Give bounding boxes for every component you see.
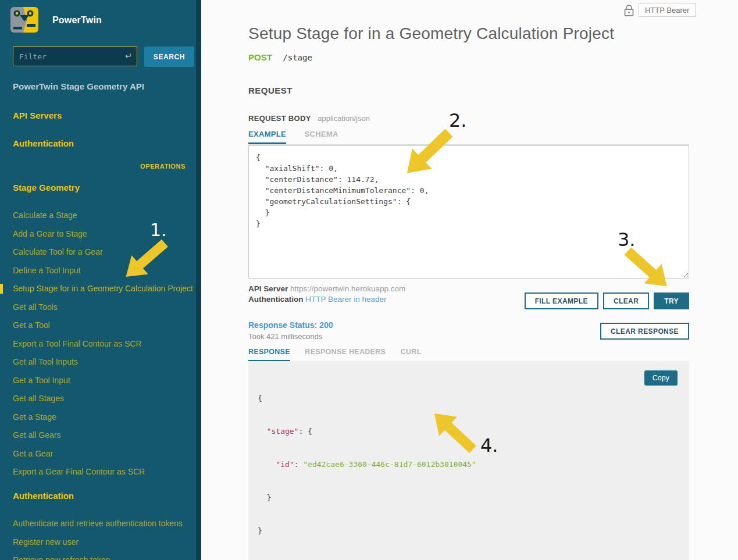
copy-button[interactable]: Copy [644, 370, 678, 386]
json-punct: : [294, 460, 304, 469]
tab-response[interactable]: RESPONSE [248, 348, 290, 362]
sidebar-item-export-gear-contour[interactable]: Export a Gear Final Contour as SCR [0, 467, 196, 477]
request-body-label: REQUEST BODY [248, 114, 311, 123]
json-key-id: "id" [276, 460, 294, 469]
sidebar-item-get-a-tool-input[interactable]: Get a Tool Input [0, 376, 196, 386]
clear-response-wrap: CLEAR RESPONSE [248, 323, 689, 340]
operations-label: OPERATIONS [0, 163, 196, 170]
clear-button[interactable]: CLEAR [603, 293, 649, 309]
sidebar-item-define-a-tool-input[interactable]: Define a Tool Input [0, 266, 196, 276]
sidebar-item-get-all-tools[interactable]: Get all Tools [0, 302, 196, 312]
response-tabs: RESPONSE RESPONSE HEADERS CURL [248, 348, 689, 362]
sidebar-item-get-a-tool[interactable]: Get a Tool [0, 320, 196, 330]
sidebar-item-api-servers[interactable]: API Servers [0, 110, 196, 120]
http-bearer-chip[interactable]: HTTP Bearer [639, 3, 696, 17]
tab-example[interactable]: EXAMPLE [248, 130, 286, 144]
json-indent [258, 460, 276, 469]
page-title: Setup Stage for in a Geometry Calculatio… [248, 24, 614, 43]
sidebar-group-authentication[interactable]: Authentication [0, 491, 196, 501]
sidebar-item-authentication[interactable]: Authentication [0, 138, 196, 148]
sidebar-item-export-tool-contour[interactable]: Export a Tool Final Contour as SCR [0, 339, 196, 349]
api-server-url: https://powertwin.herokuapp.com [290, 284, 405, 293]
search-button[interactable]: SEARCH [144, 47, 194, 67]
request-actions: FILL EXAMPLE CLEAR TRY [248, 293, 689, 309]
annotation-label-2: 2. [449, 109, 467, 131]
json-indent [258, 427, 267, 436]
sidebar-search-row: ↵ SEARCH [13, 47, 194, 67]
sidebar-item-get-a-gear[interactable]: Get a Gear [0, 449, 196, 459]
clear-response-button[interactable]: CLEAR RESPONSE [600, 323, 689, 340]
fill-example-button[interactable]: FILL EXAMPLE [525, 293, 598, 309]
json-punct: : { [298, 427, 312, 436]
sidebar-item-retrieve-refresh-token[interactable]: Retrieve new refresh token [0, 555, 196, 560]
endpoint-path: /stage [283, 53, 312, 62]
json-brace: { [258, 394, 262, 402]
filter-wrap: ↵ [13, 47, 137, 66]
lock-icon [623, 4, 634, 17]
api-server-label: API Server [248, 284, 288, 293]
json-value-id: "ed42cae6-3360-446c-81d7-6012b3010045" [303, 460, 476, 469]
sidebar: PowerTwin ↵ SEARCH PowerTwin Stage Geome… [0, 0, 201, 560]
request-body-row: REQUEST BODY application/json [248, 114, 370, 123]
sidebar-item-register-new-user[interactable]: Register new user [0, 537, 196, 547]
sidebar-item-setup-stage-active[interactable]: Setup Stage for in a Geometry Calculatio… [0, 284, 196, 294]
app-title: PowerTwin [52, 15, 102, 26]
powertwin-logo-icon [10, 6, 40, 34]
sidebar-item-get-all-tool-inputs[interactable]: Get all Tool Inputs [0, 357, 196, 367]
json-key-stage: "stage" [267, 427, 299, 436]
response-json: { "stage": { "id": "ed42cae6-3360-446c-8… [258, 370, 476, 558]
sidebar-item-get-all-stages[interactable]: Get all Stages [0, 394, 196, 404]
sidebar-item-authenticate-tokens[interactable]: Authenticate and retrieve authentication… [0, 519, 196, 529]
filter-input[interactable] [13, 47, 137, 66]
sidebar-item-api-root[interactable]: PowerTwin Stage Geometry API [0, 81, 196, 91]
endpoint-row: POST /stage [248, 52, 312, 63]
http-method-badge: POST [248, 52, 272, 62]
sidebar-nav: PowerTwin Stage Geometry API API Servers… [0, 81, 196, 560]
json-brace: } [258, 526, 262, 535]
sidebar-group-stage-geometry[interactable]: Stage Geometry [0, 183, 196, 192]
sidebar-item-get-all-gears[interactable]: Get all Gears [0, 430, 196, 440]
tab-schema[interactable]: SCHEMA [305, 130, 338, 142]
sidebar-item-calculate-a-stage[interactable]: Calculate a Stage [0, 211, 196, 220]
sidebar-scrollbar[interactable] [196, 0, 201, 560]
request-tabs: EXAMPLE SCHEMA [248, 130, 689, 145]
json-brace: } [258, 493, 271, 502]
tab-response-headers[interactable]: RESPONSE HEADERS [305, 348, 386, 360]
tab-curl[interactable]: CURL [401, 348, 422, 360]
sidebar-item-get-a-stage[interactable]: Get a Stage [0, 412, 196, 422]
request-section-heading: REQUEST [248, 85, 293, 95]
response-body-panel: { "stage": { "id": "ed42cae6-3360-446c-8… [248, 361, 689, 560]
content-type-label: application/json [318, 114, 370, 123]
return-key-icon: ↵ [125, 51, 132, 60]
